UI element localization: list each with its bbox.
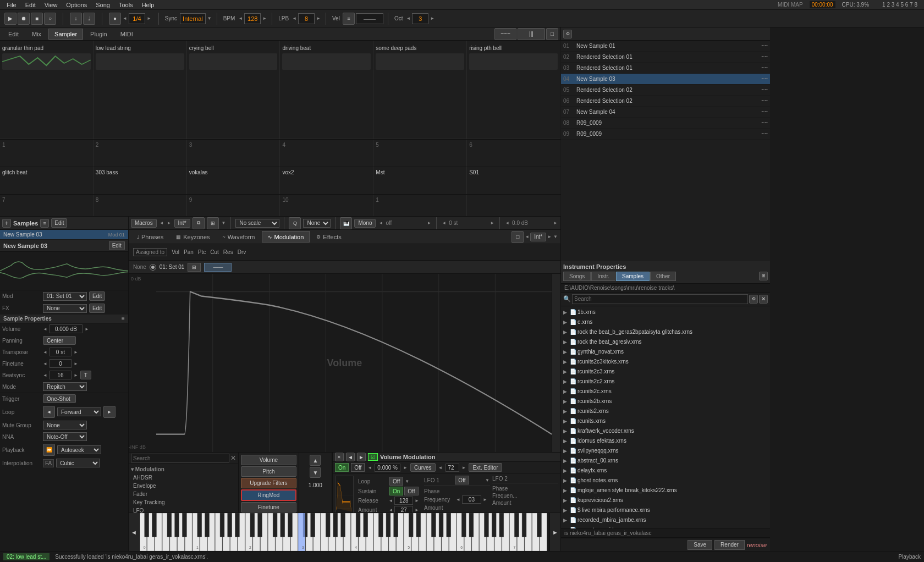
inst-list-settings[interactable]: ⚙ bbox=[563, 30, 572, 38]
inst-row-04[interactable]: 04 New Sample 03 ~~ bbox=[561, 74, 770, 85]
scale-select[interactable]: No scale bbox=[235, 219, 279, 228]
beatsync-prev[interactable]: ◄ bbox=[43, 373, 47, 378]
menu-options[interactable]: Options bbox=[62, 2, 91, 8]
pitch-mod-btn[interactable]: Pitch bbox=[241, 466, 296, 477]
file-item-4[interactable]: ▶ 📄 gynthia_novat.xrns bbox=[561, 347, 770, 357]
pattern-next[interactable]: ► bbox=[146, 16, 152, 21]
paste-btn[interactable]: ⊞ bbox=[207, 217, 219, 229]
mod-item-lfo[interactable]: LFO bbox=[129, 506, 238, 513]
piano-icon[interactable]: 🎹 bbox=[340, 217, 352, 229]
off-toggle[interactable]: Off bbox=[351, 463, 365, 472]
ext-editor-btn[interactable]: Ext. Editor bbox=[469, 463, 502, 472]
file-item-17[interactable]: ▶ 📄 ghost notes.xrns bbox=[561, 476, 770, 486]
filter-btn[interactable]: Q bbox=[289, 217, 301, 229]
midi-map-label[interactable]: MIDI MAP bbox=[773, 2, 807, 8]
menu-song[interactable]: Song bbox=[91, 2, 114, 8]
vol-mod-next[interactable]: ► bbox=[357, 453, 366, 461]
mod-set-icon[interactable]: ⊞ bbox=[188, 263, 201, 272]
loop-select[interactable]: Forward bbox=[57, 407, 101, 416]
stop-button[interactable]: ■ bbox=[31, 13, 43, 25]
vol-mod-prev[interactable]: ◄ bbox=[346, 453, 355, 461]
record-button[interactable]: ⏺ bbox=[18, 13, 30, 25]
tab-edit[interactable]: Edit bbox=[2, 29, 25, 40]
copy-btn[interactable]: ⧉ bbox=[193, 217, 205, 229]
save-button[interactable]: Save bbox=[688, 540, 712, 550]
tab-midi[interactable]: MIDI bbox=[114, 29, 139, 40]
pattern-follow[interactable]: ↓ bbox=[70, 13, 82, 25]
render-button[interactable]: Render bbox=[714, 540, 745, 550]
panning-value-btn[interactable]: Center bbox=[43, 336, 76, 345]
spectrum-btn[interactable]: ||| bbox=[518, 28, 545, 40]
file-item-9[interactable]: ▶ 📄 rcunits2b.xrns bbox=[561, 396, 770, 406]
track-indicator[interactable]: 02: low lead st... bbox=[3, 553, 50, 560]
volume-prev[interactable]: ◄ bbox=[43, 327, 47, 332]
tab-mix[interactable]: Mix bbox=[26, 29, 47, 40]
mono-btn[interactable]: Mono bbox=[354, 219, 376, 228]
beatsync-T-btn[interactable]: T bbox=[80, 371, 91, 379]
file-item-13[interactable]: ▶ 📄 idomus efektas.xrns bbox=[561, 436, 770, 446]
sync-value[interactable]: Internal bbox=[180, 13, 206, 24]
file-item-21[interactable]: ▶ 📄 recorded_mbira_jambe.xrns bbox=[561, 515, 770, 525]
pattern-cell-5[interactable]: rising pth bell bbox=[467, 41, 560, 139]
curves-btn[interactable]: Curves bbox=[410, 463, 436, 472]
inst-row-06[interactable]: 06 Rendered Selection 02 ~~ bbox=[561, 96, 770, 107]
mode-select[interactable]: Repitch bbox=[43, 382, 87, 391]
tab-keyzones[interactable]: ▦ Keyzones bbox=[170, 231, 216, 243]
trigger-value[interactable]: One-Shot bbox=[43, 394, 76, 403]
inst-row-09[interactable]: 09 R09_0009 ~~ bbox=[561, 129, 770, 140]
transpose-next[interactable]: ► bbox=[74, 350, 78, 355]
right-search-input[interactable] bbox=[572, 294, 748, 304]
loop-prev[interactable]: ◄ bbox=[43, 406, 55, 418]
fx-select[interactable]: None bbox=[43, 304, 87, 313]
samples-display-btn[interactable]: ≡ bbox=[40, 219, 49, 228]
tab-phrases[interactable]: ♩ Phrases bbox=[131, 231, 169, 243]
modulation-group-header[interactable]: ▾ Modulation bbox=[129, 465, 238, 473]
inst-row-08[interactable]: 08 R09_0009 ~~ bbox=[561, 118, 770, 129]
metronome[interactable]: ♩ bbox=[83, 13, 95, 25]
add-sample-btn[interactable]: + bbox=[2, 219, 11, 228]
edit-sample-btn[interactable]: Edit bbox=[51, 218, 67, 228]
playback-select[interactable]: Autoseek bbox=[57, 445, 101, 454]
inst-row-03[interactable]: 03 Rendered Selection 01 ~~ bbox=[561, 63, 770, 74]
zoom-out-btn[interactable]: □ bbox=[512, 231, 524, 243]
sample-props-icon[interactable]: ≡ bbox=[122, 316, 125, 322]
edit-mod-btn[interactable]: Edit bbox=[89, 291, 105, 301]
autoseek-icon[interactable]: ⏩ bbox=[43, 444, 55, 456]
file-item-8[interactable]: ▶ 📄 rcunits2c.xrns bbox=[561, 387, 770, 396]
menu-edit[interactable]: Edit bbox=[21, 2, 40, 8]
int2-label[interactable]: Int* bbox=[530, 233, 546, 241]
sustain-on-btn[interactable]: On bbox=[389, 487, 403, 495]
file-item-11[interactable]: ▶ 📄 rcunits.xrns bbox=[561, 416, 770, 426]
file-item-0[interactable]: ▶ 📄 1b.xrns bbox=[561, 307, 770, 317]
interp-select[interactable]: Cubic bbox=[56, 459, 100, 467]
prop-settings-btn[interactable]: ⊞ bbox=[759, 272, 768, 280]
inst-row-02[interactable]: 02 Rendered Selection 01 ~~ bbox=[561, 52, 770, 63]
mute-select[interactable]: None bbox=[43, 421, 87, 429]
file-item-12[interactable]: ▶ 📄 kraftwerk_vocoder.xrns bbox=[561, 426, 770, 436]
pattern-cell-1[interactable]: low lead string bbox=[94, 41, 187, 139]
on-toggle[interactable]: On bbox=[335, 463, 349, 472]
file-item-5[interactable]: ▶ 📄 rcunits2c3kitoks.xrns bbox=[561, 357, 770, 367]
macros-btn[interactable]: Macros bbox=[131, 219, 157, 228]
pattern-prev[interactable]: ◄ bbox=[122, 16, 128, 21]
file-item-2[interactable]: ▶ 📄 rock the beat_b_geras2bpataisyta gli… bbox=[561, 327, 770, 337]
menu-file[interactable]: File bbox=[2, 2, 21, 8]
file-item-15[interactable]: ▶ 📄 abstract_00.xrns bbox=[561, 456, 770, 466]
upgrade-filters-btn[interactable]: Upgrade Filters bbox=[241, 478, 296, 488]
edit-instrument-btn[interactable]: Edit bbox=[109, 241, 125, 250]
mod-set-btn2[interactable]: —— bbox=[204, 263, 232, 272]
edit-fx-btn[interactable]: Edit bbox=[89, 304, 105, 313]
finetune-next[interactable]: ► bbox=[74, 361, 78, 366]
loop-button[interactable]: ○ bbox=[44, 13, 56, 25]
pattern-cell-3[interactable]: driving beat bbox=[280, 41, 373, 139]
file-item-20[interactable]: ▶ 📄 $ live mbira performance.xrns bbox=[561, 505, 770, 515]
input-down[interactable]: ▼ bbox=[310, 467, 321, 478]
file-item-3[interactable]: ▶ 📄 rock the beat_agresiv.xrns bbox=[561, 337, 770, 347]
pattern-cell-0[interactable]: granular thin pad bbox=[0, 41, 94, 139]
mod-dropdown[interactable]: ▼ bbox=[553, 234, 558, 239]
file-item-14[interactable]: ▶ 📄 svilpyneqqq.xrns bbox=[561, 446, 770, 456]
pattern-cell-2[interactable]: crying bell bbox=[187, 41, 280, 139]
menu-tools[interactable]: Tools bbox=[114, 2, 138, 8]
play-button[interactable]: ▶ bbox=[4, 13, 16, 25]
prop-tab-other[interactable]: Other bbox=[650, 272, 676, 281]
